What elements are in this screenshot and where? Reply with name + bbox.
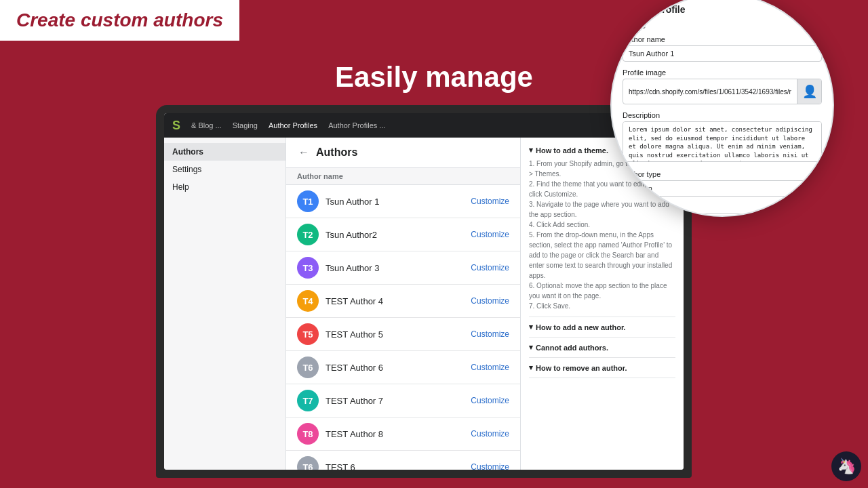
author-name-input[interactable] (623, 45, 822, 62)
author-row[interactable]: T1Tsun Author 1Customize (286, 185, 520, 218)
author-avatar: T1 (297, 190, 319, 212)
profile-image-url-input[interactable] (623, 85, 797, 99)
help-section: ▾ How to add a new author. (529, 323, 675, 338)
profile-image-group: Profile image 👤 (623, 68, 822, 104)
customize-button[interactable]: Customize (471, 197, 509, 206)
profile-image-label: Profile image (623, 68, 822, 77)
sidebar: Authors Settings Help (164, 138, 286, 470)
author-name: TEST Author 5 (326, 329, 383, 340)
author-left: T4TEST Author 4 (297, 290, 383, 312)
menu-item-blog[interactable]: & Blog ... (191, 121, 222, 129)
author-left: T6TEST Author 6 (297, 357, 383, 378)
description-label: Description (623, 111, 822, 119)
menu-item-staging[interactable]: Staging (233, 121, 258, 129)
author-avatar: T5 (297, 323, 319, 345)
author-left: T8TEST Author 8 (297, 423, 383, 445)
chevron-down-icon: ▾ (529, 363, 533, 372)
help-section: ▾ How to remove an author. (529, 363, 675, 378)
author-name: TEST Author 7 (326, 396, 383, 406)
author-rows-container: T1Tsun Author 1CustomizeT2Tsun Author2Cu… (286, 185, 520, 470)
customize-button[interactable]: Customize (471, 296, 509, 306)
author-left: T5TEST Author 5 (297, 323, 383, 345)
customize-button[interactable]: Customize (471, 429, 509, 439)
profile-image-input-wrap: 👤 (623, 79, 822, 104)
description-textarea[interactable]: Lorem ipsum dolor sit amet, consectetur … (623, 121, 822, 162)
laptop-container: S & Blog ... Staging Author Profiles Aut… (156, 105, 692, 478)
shopify-menubar: S & Blog ... Staging Author Profiles Aut… (164, 113, 684, 138)
author-name: TEST Author 8 (326, 429, 383, 439)
author-avatar: T6 (297, 357, 319, 378)
author-name-group: Author name (623, 35, 822, 62)
magnify-overlay: Author profile Profile Author name Profi… (610, 0, 834, 217)
customize-button[interactable]: Customize (471, 363, 509, 372)
help-section-title[interactable]: ▾ Cannot add authors. (529, 343, 675, 352)
customize-button[interactable]: Customize (471, 329, 509, 339)
author-name: TEST Author 6 (326, 363, 383, 373)
author-name: Tsun Author2 (326, 230, 377, 240)
author-row[interactable]: T7TEST Author 7Customize (286, 384, 520, 418)
chevron-down-icon: ▾ (529, 323, 533, 331)
author-type-group: Author type Person Organization (623, 170, 822, 197)
author-name: Tsun Author 1 (326, 197, 380, 207)
author-row[interactable]: T3Tsun Author 3Customize (286, 251, 520, 285)
author-row[interactable]: T2Tsun Author2Customize (286, 218, 520, 251)
page-title: Create custom authors (16, 9, 223, 31)
profile-image-thumb: 👤 (797, 79, 821, 104)
back-button[interactable]: ← (297, 146, 311, 159)
author-name: TEST 6 (326, 462, 355, 470)
author-left: T7TEST Author 7 (297, 390, 383, 411)
author-row[interactable]: T4TEST Author 4Customize (286, 285, 520, 318)
help-section-title[interactable]: ▾ How to add a new author. (529, 323, 675, 331)
author-name: TEST Author 4 (326, 296, 383, 306)
menu-item-profiles[interactable]: Author Profiles (269, 121, 317, 129)
chevron-down-icon: ▾ (529, 146, 533, 155)
author-type-label: Author type (623, 170, 822, 178)
customize-button[interactable]: Customize (471, 462, 509, 470)
author-avatar: T3 (297, 257, 319, 279)
author-type-select[interactable]: Person Organization (623, 180, 822, 197)
authors-header: ← Authors (286, 138, 520, 168)
title-banner: Create custom authors (0, 0, 239, 41)
author-row[interactable]: T5TEST Author 5Customize (286, 318, 520, 351)
sidebar-item-settings[interactable]: Settings (164, 161, 285, 178)
author-avatar: T2 (297, 224, 319, 245)
author-name-label: Author name (623, 35, 822, 43)
author-name: Tsun Author 3 (326, 263, 380, 273)
authors-panel: ← Authors Author name T1Tsun Author 1Cus… (286, 138, 521, 470)
author-left: T2Tsun Author2 (297, 224, 377, 245)
author-row[interactable]: T8TEST Author 8Customize (286, 418, 520, 451)
sidebar-item-authors[interactable]: Authors (164, 143, 285, 161)
laptop-screen: S & Blog ... Staging Author Profiles Aut… (164, 113, 684, 470)
main-content: Authors Settings Help ← Authors Author n… (164, 138, 684, 470)
customize-button[interactable]: Customize (471, 263, 509, 272)
author-left: T3Tsun Author 3 (297, 257, 380, 279)
author-row[interactable]: T6TEST 6Customize (286, 451, 520, 470)
description-group: Description Lorem ipsum dolor sit amet, … (623, 111, 822, 163)
profile-section-label: Profile (623, 22, 822, 30)
author-avatar: T8 (297, 423, 319, 445)
chevron-down-icon: ▾ (529, 343, 533, 352)
col-header-name: Author name (286, 168, 520, 185)
customize-button[interactable]: Customize (471, 230, 509, 239)
author-avatar: T7 (297, 390, 319, 411)
magnify-content: Author profile Profile Author name Profi… (612, 0, 833, 217)
menu-item-profiles2[interactable]: Author Profiles ... (328, 121, 385, 129)
author-left: T1Tsun Author 1 (297, 190, 380, 212)
author-row[interactable]: T6TEST Author 6Customize (286, 351, 520, 384)
author-left: T6TEST 6 (297, 456, 355, 470)
author-avatar: T6 (297, 456, 319, 470)
help-section: ▾ Cannot add authors. (529, 343, 675, 358)
unicorn-icon: 🦄 (831, 451, 861, 481)
customize-button[interactable]: Customize (471, 396, 509, 405)
help-section-title[interactable]: ▾ How to remove an author. (529, 363, 675, 372)
shopify-logo: S (172, 119, 180, 133)
sidebar-item-help[interactable]: Help (164, 178, 285, 196)
author-avatar: T4 (297, 290, 319, 312)
author-type-select-wrap: Person Organization (623, 180, 822, 197)
magnify-title: Author profile (623, 4, 822, 15)
authors-title: Authors (316, 146, 357, 159)
